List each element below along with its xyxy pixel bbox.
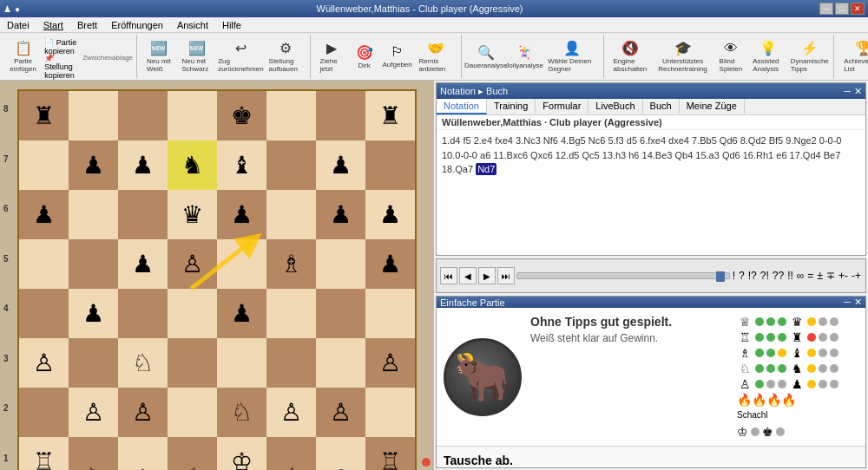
move-slider-thumb[interactable] bbox=[716, 271, 725, 282]
zug-zuruecknehmen-button[interactable]: ↩ Zug zurücknehmen bbox=[219, 36, 262, 77]
square-b2[interactable]: ♙ bbox=[69, 388, 118, 437]
square-d5[interactable]: ♙ bbox=[168, 239, 217, 289]
square-a1[interactable]: ♖ bbox=[19, 437, 69, 470]
annotation-slight-black[interactable]: ∓ bbox=[825, 269, 836, 283]
square-a3[interactable]: ♙ bbox=[19, 338, 69, 388]
achievement-list-button[interactable]: 🏆 Achievement List bbox=[839, 36, 868, 77]
square-f1[interactable] bbox=[266, 437, 316, 470]
annotation-white-wins[interactable]: +- bbox=[838, 269, 849, 283]
square-f8[interactable] bbox=[266, 91, 316, 140]
annotation-black-wins[interactable]: -+ bbox=[851, 269, 862, 283]
square-f7[interactable] bbox=[266, 140, 316, 190]
tab-buch[interactable]: Buch bbox=[643, 99, 680, 114]
square-d7[interactable]: ♞ bbox=[168, 140, 217, 190]
tab-livebuch[interactable]: LiveBuch bbox=[589, 99, 642, 114]
daueranalyse-button[interactable]: 🔍 Daueranalyse bbox=[467, 36, 505, 77]
square-e8[interactable]: ♚ bbox=[217, 91, 266, 140]
remis-button[interactable]: 🤝 Remis anbieten bbox=[415, 36, 457, 77]
square-c6[interactable] bbox=[118, 190, 168, 239]
ziehe-jetzt-button[interactable]: ▶ Ziehe jetzt bbox=[316, 36, 347, 77]
square-b4[interactable]: ♟ bbox=[69, 289, 118, 338]
annotation-bad[interactable]: ? bbox=[738, 269, 746, 283]
square-h1[interactable]: ♖ bbox=[365, 437, 415, 470]
assisted-analysis-button[interactable]: 💡 Assisted Analysis bbox=[748, 36, 787, 77]
menu-hilfe[interactable]: Hilfe bbox=[219, 19, 245, 31]
notation-close[interactable]: ✕ bbox=[854, 86, 862, 97]
nav-first-button[interactable]: ⏮ bbox=[440, 267, 457, 284]
square-b8[interactable] bbox=[69, 91, 118, 140]
square-g3[interactable] bbox=[316, 338, 365, 388]
square-f4[interactable] bbox=[266, 289, 316, 338]
square-b1[interactable] bbox=[69, 437, 118, 470]
move-slider[interactable] bbox=[516, 272, 730, 279]
square-f3[interactable] bbox=[266, 338, 316, 388]
annotation-blunder[interactable]: ?? bbox=[772, 269, 785, 283]
annotation-unclear[interactable]: ∞ bbox=[796, 269, 806, 283]
annotation-equal[interactable]: = bbox=[806, 269, 814, 283]
square-h5[interactable]: ♟ bbox=[365, 239, 415, 289]
square-a2[interactable] bbox=[19, 388, 69, 437]
square-c7[interactable]: ♟ bbox=[118, 140, 168, 190]
menu-datei[interactable]: Datei bbox=[3, 19, 33, 31]
square-f6[interactable] bbox=[266, 190, 316, 239]
square-c5[interactable]: ♟ bbox=[118, 239, 168, 289]
square-a5[interactable] bbox=[19, 239, 69, 289]
square-d6[interactable]: ♛ bbox=[168, 190, 217, 239]
square-e4[interactable]: ♟ bbox=[217, 289, 266, 338]
notation-minimize[interactable]: ─ bbox=[844, 86, 851, 97]
analysis-minimize[interactable]: ─ bbox=[844, 297, 851, 308]
square-a8[interactable]: ♜ bbox=[19, 91, 69, 140]
square-h8[interactable]: ♜ bbox=[365, 91, 415, 140]
square-b5[interactable] bbox=[69, 239, 118, 289]
square-c3[interactable]: ♘ bbox=[118, 338, 168, 388]
menu-brett[interactable]: Brett bbox=[74, 19, 101, 31]
tab-meine-zuege[interactable]: Meine Züge bbox=[680, 99, 745, 114]
square-h7[interactable] bbox=[365, 140, 415, 190]
square-d2[interactable] bbox=[168, 388, 217, 437]
square-g2[interactable]: ♙ bbox=[316, 388, 365, 437]
engine-abschalten-button[interactable]: 🔇 Engine abschalten bbox=[609, 36, 650, 77]
neu-schwarz-button[interactable]: 🆕 Neu mit Schwarz bbox=[178, 36, 218, 77]
square-e1[interactable]: ♔ bbox=[217, 437, 266, 470]
annotation-brilliant[interactable]: !! bbox=[786, 269, 794, 283]
tab-formular[interactable]: Formular bbox=[536, 99, 589, 114]
square-c8[interactable] bbox=[118, 91, 168, 140]
square-c1[interactable] bbox=[118, 437, 168, 470]
square-g8[interactable] bbox=[316, 91, 365, 140]
menu-ansicht[interactable]: Ansicht bbox=[174, 19, 212, 31]
square-a7[interactable] bbox=[19, 140, 69, 190]
square-b3[interactable] bbox=[69, 338, 118, 388]
square-a4[interactable] bbox=[19, 289, 69, 338]
square-h2[interactable] bbox=[365, 388, 415, 437]
stellung-aufbauen-button[interactable]: ⚙ Stellung aufbauen bbox=[265, 36, 306, 77]
unterstuetztes-button[interactable]: 🎓 Unterstütztes Rechnertraining bbox=[653, 36, 713, 77]
blind-spielen-button[interactable]: 👁 Blind Spielen bbox=[715, 36, 747, 77]
annotation-slight-white[interactable]: ± bbox=[816, 269, 824, 283]
annotation-dubious[interactable]: ?! bbox=[760, 269, 770, 283]
neu-weiss-button[interactable]: 🆕 Neu mit Weiß bbox=[142, 36, 175, 77]
square-d4[interactable] bbox=[168, 289, 217, 338]
square-g6[interactable]: ♟ bbox=[316, 190, 365, 239]
dirk-button[interactable]: 🎯 Dirk bbox=[349, 36, 380, 77]
waehle-gegner-button[interactable]: 👤 Wähle Deinen Gegner bbox=[543, 36, 600, 77]
square-g7[interactable]: ♟ bbox=[316, 140, 365, 190]
square-e6[interactable]: ♟ bbox=[217, 190, 266, 239]
square-h6[interactable]: ♟ bbox=[365, 190, 415, 239]
minimize-button[interactable]: ─ bbox=[819, 3, 833, 15]
menu-eroeffnungen[interactable]: Eröffnungen bbox=[108, 19, 167, 31]
nav-next-button[interactable]: ▶ bbox=[478, 267, 496, 284]
maximize-button[interactable]: □ bbox=[835, 3, 849, 15]
square-h4[interactable] bbox=[365, 289, 415, 338]
square-d3[interactable] bbox=[168, 338, 217, 388]
square-h3[interactable]: ♙ bbox=[365, 338, 415, 388]
square-c2[interactable]: ♙ bbox=[118, 388, 168, 437]
square-b6[interactable] bbox=[69, 190, 118, 239]
analysis-close[interactable]: ✕ bbox=[854, 297, 862, 308]
close-button[interactable]: ✕ bbox=[851, 3, 865, 15]
tab-training[interactable]: Training bbox=[487, 99, 536, 114]
annotation-interesting[interactable]: !? bbox=[747, 269, 758, 283]
stellung-kopieren-button[interactable]: 📌 Stellung kopieren bbox=[41, 57, 81, 76]
square-d8[interactable] bbox=[168, 91, 217, 140]
square-a6[interactable]: ♟ bbox=[19, 190, 69, 239]
square-b7[interactable]: ♟ bbox=[69, 140, 118, 190]
